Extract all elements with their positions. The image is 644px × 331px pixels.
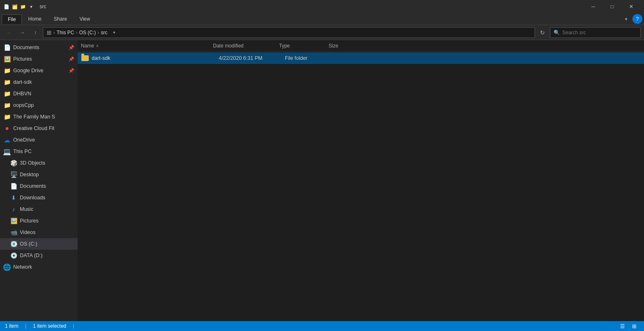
sidebar-item-documents-pc[interactable]: 📄 Documents <box>0 180 78 192</box>
oopscpp-icon: 📁 <box>3 102 11 109</box>
sidebar-label-documents-pc: Documents <box>20 183 46 189</box>
sidebar-label-downloads: Downloads <box>20 195 45 201</box>
folder-icon[interactable]: 🗂️ <box>12 3 18 10</box>
forward-button[interactable]: → <box>17 27 28 38</box>
tab-share[interactable]: Share <box>47 14 73 24</box>
sidebar-item-google-drive[interactable]: 📁 Google Drive 📌 <box>0 65 78 76</box>
sidebar-item-onedrive[interactable]: ☁ OneDrive <box>0 134 78 146</box>
sidebar-label-dhbvn: DHBVN <box>13 91 31 97</box>
sort-arrow-name: ∧ <box>96 43 99 48</box>
pin-icon-google-drive: 📌 <box>69 68 74 73</box>
title-bar-icons: 📄 🗂️ 📁 ▾ <box>3 3 35 10</box>
address-path[interactable]: ⊞ › This PC › OS (C:) › src ▾ <box>43 27 535 38</box>
sidebar-item-music[interactable]: ♪ Music <box>0 203 78 215</box>
chevron-down-icon[interactable]: ▾ <box>28 3 35 10</box>
breadcrumb-os-c[interactable]: OS (C:) <box>79 30 96 35</box>
column-headers: Name ∧ Date modified Type Size <box>78 40 644 52</box>
desktop-icon: 🖥️ <box>10 171 17 178</box>
address-bar: ← → ↑ ⊞ › This PC › OS (C:) › src ▾ ↻ 🔍 <box>0 25 644 40</box>
sidebar-label-pictures-quick: Pictures <box>13 56 32 62</box>
sidebar-item-dart-sdk-quick[interactable]: 📁 dart-sdk <box>0 76 78 88</box>
sidebar-label-3d-objects: 3D Objects <box>20 160 45 166</box>
table-row[interactable]: dart-sdk 4/22/2020 6:31 PM File folder <box>78 52 644 64</box>
folder-icon <box>81 54 89 62</box>
window-title: src <box>40 4 46 9</box>
address-dropdown-button[interactable]: ▾ <box>109 28 119 38</box>
open-folder-icon[interactable]: 📁 <box>20 3 26 10</box>
item-count: 1 item <box>5 323 19 329</box>
sidebar-item-downloads[interactable]: ⬇ Downloads <box>0 192 78 203</box>
status-bar: 1 item | 1 item selected | ☰ ⊞ <box>0 321 644 331</box>
title-bar-left: 📄 🗂️ 📁 ▾ src <box>3 3 46 10</box>
dhbvn-icon: 📁 <box>3 90 11 97</box>
sidebar-item-oopscpp[interactable]: 📁 oopsCpp <box>0 99 78 111</box>
sidebar-item-family-man[interactable]: 📁 The Family Man S <box>0 111 78 123</box>
pin-icon-pictures: 📌 <box>69 57 74 62</box>
sidebar-label-pictures-pc: Pictures <box>20 218 38 224</box>
file-list: dart-sdk 4/22/2020 6:31 PM File folder <box>78 52 644 321</box>
sidebar-label-oopscpp: oopsCpp <box>13 102 34 108</box>
sidebar-item-dhbvn[interactable]: 📁 DHBVN <box>0 88 78 99</box>
refresh-button[interactable]: ↻ <box>537 27 548 38</box>
music-icon: ♪ <box>10 206 17 213</box>
pin-icon-documents: 📌 <box>69 45 74 50</box>
sidebar-item-desktop[interactable]: 🖥️ Desktop <box>0 169 78 180</box>
list-view-button[interactable]: ☰ <box>618 322 627 331</box>
sidebar-label-creative-cloud: Creative Cloud Fil <box>13 125 54 131</box>
breadcrumb-src[interactable]: src <box>101 30 107 35</box>
up-button[interactable]: ↑ <box>30 27 41 38</box>
title-bar-controls: ─ □ ✕ <box>584 0 641 13</box>
help-button[interactable]: ? <box>632 14 642 24</box>
sidebar-label-family-man: The Family Man S <box>13 114 55 120</box>
col-header-date[interactable]: Date modified <box>213 43 279 49</box>
ribbon-collapse-button[interactable]: ▾ <box>622 17 631 22</box>
search-box[interactable]: 🔍 <box>550 27 641 38</box>
col-size-label: Size <box>329 43 338 49</box>
back-button[interactable]: ← <box>3 27 15 38</box>
ribbon: File Home Share View ▾ ? <box>0 13 644 25</box>
search-input[interactable] <box>562 30 637 35</box>
sidebar-item-data-d[interactable]: 💿 DATA (D:) <box>0 250 78 261</box>
breadcrumb-home-icon: ⊞ <box>47 29 52 36</box>
search-icon: 🔍 <box>554 30 560 35</box>
sidebar-item-creative-cloud[interactable]: ● Creative Cloud Fil <box>0 123 78 134</box>
sidebar-label-music: Music <box>20 206 33 212</box>
breadcrumb-this-pc[interactable]: This PC <box>57 30 74 35</box>
breadcrumb-separator-1: › <box>53 30 55 35</box>
status-right: ☰ ⊞ <box>618 322 639 331</box>
details-view-button[interactable]: ⊞ <box>629 322 639 331</box>
family-man-icon: 📁 <box>3 113 11 121</box>
file-icon[interactable]: 📄 <box>3 3 10 10</box>
sidebar: 📄 Documents 📌 🖼️ Pictures 📌 📁 Google Dri… <box>0 40 78 321</box>
sidebar-item-videos[interactable]: 📹 Videos <box>0 227 78 238</box>
documents-pc-icon: 📄 <box>10 182 17 190</box>
breadcrumb-separator-2: › <box>76 30 78 35</box>
sidebar-label-os-c: OS (C:) <box>20 241 37 247</box>
sidebar-item-pictures-pc[interactable]: 🖼️ Pictures <box>0 215 78 227</box>
sidebar-item-network[interactable]: 🌐 Network <box>0 261 78 273</box>
close-button[interactable]: ✕ <box>622 0 641 13</box>
sidebar-label-this-pc: This PC <box>13 149 31 154</box>
maximize-button[interactable]: □ <box>603 0 622 13</box>
tab-home[interactable]: Home <box>22 14 47 24</box>
network-icon: 🌐 <box>3 263 11 271</box>
col-header-size[interactable]: Size <box>329 43 370 49</box>
tab-view[interactable]: View <box>73 14 96 24</box>
folder-shape <box>81 55 89 61</box>
minimize-button[interactable]: ─ <box>584 0 603 13</box>
breadcrumb-separator-3: › <box>97 30 99 35</box>
sidebar-item-pictures-quick[interactable]: 🖼️ Pictures 📌 <box>0 53 78 65</box>
sidebar-item-this-pc[interactable]: 💻 This PC <box>0 146 78 157</box>
col-header-type[interactable]: Type <box>279 43 329 49</box>
sidebar-item-documents-quick[interactable]: 📄 Documents 📌 <box>0 42 78 53</box>
col-header-name[interactable]: Name ∧ <box>81 43 213 49</box>
3d-objects-icon: 🎲 <box>10 159 17 167</box>
sidebar-label-videos: Videos <box>20 229 36 235</box>
sidebar-item-3d-objects[interactable]: 🎲 3D Objects <box>0 157 78 169</box>
col-name-label: Name <box>81 43 94 49</box>
tab-file[interactable]: File <box>2 14 22 24</box>
sidebar-label-desktop: Desktop <box>20 172 39 177</box>
sidebar-label-google-drive: Google Drive <box>13 68 43 73</box>
sidebar-item-os-c[interactable]: 💽 OS (C:) <box>0 238 78 250</box>
sidebar-label-data-d: DATA (D:) <box>20 253 43 258</box>
